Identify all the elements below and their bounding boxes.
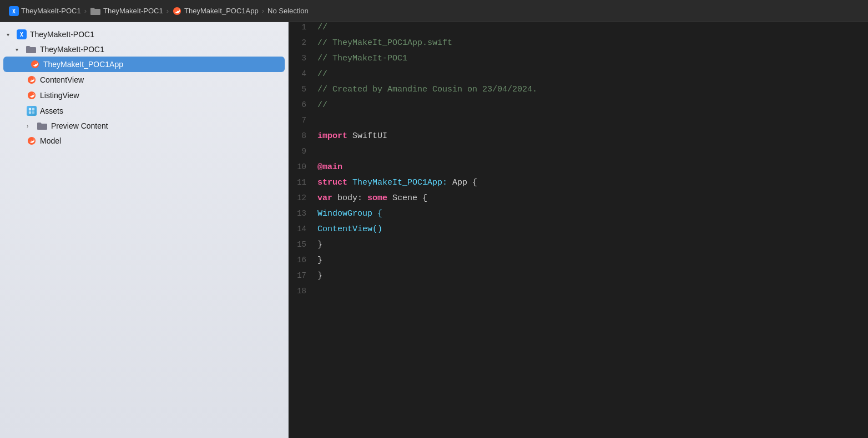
token: //	[317, 100, 327, 110]
sidebar-project-root[interactable]: ▾ X TheyMakeIt-POC1	[0, 27, 288, 42]
line-number: 6	[289, 100, 317, 109]
code-line: 6//	[289, 100, 868, 115]
token: @main	[317, 162, 342, 172]
breadcrumb-bar: X TheyMakeIt-POC1 › TheyMakeIt-POC1 › Th…	[0, 0, 868, 22]
code-line: 10@main	[289, 162, 868, 177]
breadcrumb-folder[interactable]: TheyMakeIt-POC1	[90, 7, 163, 16]
token: WindowGroup {	[317, 209, 382, 218]
code-line: 17}	[289, 271, 868, 286]
no-selection-label: No Selection	[268, 7, 309, 15]
line-number: 17	[289, 271, 317, 280]
line-content: ContentView()	[317, 225, 868, 234]
token: ContentView()	[317, 225, 382, 234]
svg-rect-6	[29, 111, 31, 114]
swift-icon-content	[27, 75, 37, 85]
breadcrumb-xcode[interactable]: X TheyMakeIt-POC1	[9, 6, 81, 16]
line-number: 12	[289, 193, 317, 202]
line-content: }	[317, 271, 868, 281]
disclosure-arrow-project: ▾	[7, 32, 13, 38]
sidebar-item-listingview[interactable]: ListingView	[0, 88, 288, 103]
line-content: //	[317, 69, 868, 79]
sidebar-item-listingview-label: ListingView	[40, 91, 79, 100]
line-number: 8	[289, 131, 317, 140]
line-content: //	[317, 23, 868, 32]
token: }	[317, 271, 322, 281]
code-line: 9	[289, 146, 868, 162]
code-line: 18	[289, 286, 868, 302]
sidebar-item-app[interactable]: TheyMakeIt_POC1App	[3, 57, 285, 72]
code-line: 3// TheyMakeIt-POC1	[289, 53, 868, 69]
line-content: }	[317, 240, 868, 249]
line-number: 16	[289, 256, 317, 264]
sidebar-item-preview-content[interactable]: › Preview Content	[0, 119, 288, 133]
breadcrumb-sep-1: ›	[84, 7, 87, 15]
folder-icon-preview	[37, 121, 48, 130]
svg-rect-5	[32, 108, 34, 110]
code-line: 15 }	[289, 240, 868, 255]
svg-text:X: X	[20, 32, 23, 38]
sidebar-item-preview-label: Preview Content	[51, 121, 108, 130]
token: TheyMakeIt_POC1App:	[347, 178, 452, 187]
sidebar-item-contentview[interactable]: ContentView	[0, 72, 288, 88]
line-content: import SwiftUI	[317, 131, 868, 141]
breadcrumb-sep-2: ›	[166, 7, 169, 15]
sidebar: ▾ X TheyMakeIt-POC1 ▾ TheyMakeIt-POC1	[0, 22, 289, 438]
sidebar-item-model[interactable]: Model	[0, 133, 288, 149]
code-line: 14 ContentView()	[289, 224, 868, 240]
token: body:	[332, 193, 367, 203]
code-line: 8import SwiftUI	[289, 131, 868, 146]
line-number: 9	[289, 147, 317, 156]
sidebar-item-assets-label: Assets	[40, 106, 63, 115]
token: // TheyMakeIt_POC1App.swift	[317, 38, 452, 48]
line-number: 1	[289, 23, 317, 32]
swift-icon-listing	[27, 90, 37, 100]
token: // Created by Amandine Cousin on 23/04/2…	[317, 85, 537, 94]
token: Scene {	[387, 193, 427, 203]
token: //	[317, 69, 327, 79]
folder-label: TheyMakeIt-POC1	[40, 45, 104, 54]
svg-rect-4	[29, 108, 31, 110]
sidebar-item-assets[interactable]: Assets	[0, 103, 288, 119]
code-line: 2// TheyMakeIt_POC1App.swift	[289, 38, 868, 53]
sidebar-item-contentview-label: ContentView	[40, 75, 84, 84]
code-line: 5// Created by Amandine Cousin on 23/04/…	[289, 84, 868, 100]
xcode-icon: X	[9, 6, 19, 16]
svg-rect-7	[32, 111, 34, 114]
code-line: 11struct TheyMakeIt_POC1App: App {	[289, 177, 868, 193]
token: //	[317, 23, 327, 32]
breadcrumb-project-label: TheyMakeIt-POC1	[21, 7, 81, 15]
swift-icon-app	[30, 59, 40, 69]
breadcrumb-swift-file[interactable]: TheyMakeIt_POC1App	[172, 6, 259, 16]
project-root-label: TheyMakeIt-POC1	[30, 30, 94, 39]
token: import	[317, 131, 347, 141]
sidebar-item-model-label: Model	[40, 136, 61, 145]
folder-icon-sidebar	[26, 45, 37, 54]
token: }	[317, 256, 322, 265]
main-area: ▾ X TheyMakeIt-POC1 ▾ TheyMakeIt-POC1	[0, 22, 868, 438]
line-content: //	[317, 100, 868, 110]
breadcrumb-no-selection: No Selection	[268, 7, 309, 15]
code-line: 1//	[289, 22, 868, 38]
code-line: 7	[289, 115, 868, 131]
line-content: // Created by Amandine Cousin on 23/04/2…	[317, 85, 868, 94]
line-content: WindowGroup {	[317, 209, 868, 218]
line-content: var body: some Scene {	[317, 193, 868, 203]
assets-icon	[27, 106, 37, 116]
sidebar-folder[interactable]: ▾ TheyMakeIt-POC1	[0, 42, 288, 57]
breadcrumb-sep-3: ›	[262, 7, 264, 15]
line-number: 5	[289, 85, 317, 94]
folder-icon-bc	[90, 7, 101, 16]
svg-text:X: X	[12, 8, 16, 14]
disclosure-arrow-preview: ›	[27, 123, 33, 129]
xcode-icon-sidebar: X	[17, 29, 27, 39]
line-number: 10	[289, 162, 317, 171]
line-content: // TheyMakeIt-POC1	[317, 54, 868, 63]
token: App {	[452, 178, 477, 187]
token: struct	[317, 178, 347, 187]
line-content: }	[317, 256, 868, 265]
breadcrumb-swift-label: TheyMakeIt_POC1App	[184, 7, 259, 15]
code-editor[interactable]: 1//2// TheyMakeIt_POC1App.swift3// TheyM…	[289, 22, 868, 438]
breadcrumb-folder-label: TheyMakeIt-POC1	[103, 7, 163, 15]
token: }	[317, 240, 322, 249]
line-content: struct TheyMakeIt_POC1App: App {	[317, 178, 868, 187]
